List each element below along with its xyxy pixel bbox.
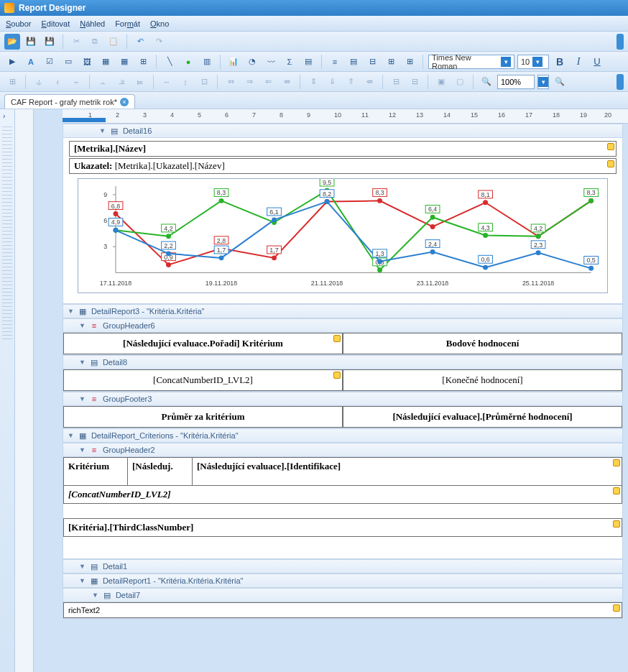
bold-button[interactable]: B: [552, 54, 568, 70]
copy-button[interactable]: ⧉: [87, 34, 103, 50]
cell-thirdclassnumber[interactable]: [Kritéria].[ThirdClassNumber]: [63, 518, 622, 537]
cell-konecne-hodnoceni[interactable]: [Konečné hodnocení]: [343, 369, 622, 391]
menu-okno[interactable]: Okno: [150, 19, 169, 28]
cell-richtext2[interactable]: richText2: [63, 602, 622, 618]
smart-tag-icon[interactable]: [613, 459, 620, 466]
chart-button[interactable]: 📊: [226, 54, 241, 70]
smart-tag-icon[interactable]: [607, 160, 614, 167]
align-left-button[interactable]: ⫝: [31, 74, 47, 90]
bring-front-button[interactable]: ▣: [433, 74, 449, 90]
font-size-select[interactable]: 10▾: [517, 55, 549, 69]
zoom-in-button[interactable]: 🔍: [552, 74, 568, 90]
align-top-button[interactable]: ⫠: [95, 74, 111, 90]
field-ukazatel[interactable]: Ukazatel: [Metrika].[Ukazatel].[Název]: [69, 158, 617, 174]
cell-identifikace[interactable]: [Následující evaluace].[Identifikace]: [193, 457, 622, 486]
smart-tag-icon[interactable]: [613, 604, 620, 612]
zoom-input[interactable]: 100%: [497, 75, 535, 89]
send-back-button[interactable]: ▢: [452, 74, 468, 90]
save-all-button[interactable]: 💾: [42, 34, 57, 50]
barcode-button[interactable]: ▥: [199, 54, 215, 70]
band-detailreport-criterions-header[interactable]: ▼ ▦ DetailReport_Criterions - "Kritéria.…: [63, 428, 623, 443]
chevron-right-icon[interactable]: ›: [3, 112, 5, 120]
band-detail1-header[interactable]: ▼ ▤ Detail1: [63, 559, 623, 574]
band-detailreport1-header[interactable]: ▼ ▦ DetailReport1 - "Kritéria.Kritéria.K…: [63, 574, 623, 588]
vspace-remove-button[interactable]: ⇎: [361, 74, 377, 90]
underline-button[interactable]: U: [589, 54, 605, 70]
cell-prumer-value[interactable]: [Následující evaluace].[Průměrné hodnoce…: [343, 406, 622, 428]
cell-nasleduj-short[interactable]: [Následuj.: [128, 457, 193, 486]
sparkline-button[interactable]: 〰: [263, 54, 279, 70]
band-detailreport3-header[interactable]: ▼ ▦ DetailReport3 - "Kritéria.Kritéria": [63, 304, 623, 318]
hspace-inc-button[interactable]: ⇒: [241, 74, 257, 90]
cell-kriterium-header[interactable]: [Následující evaluace.Pořadí] Kritérium: [63, 333, 343, 354]
overflow-button[interactable]: [617, 34, 624, 50]
pivot-button[interactable]: Σ: [282, 54, 297, 70]
band-groupfooter3-header[interactable]: ▼ ≡ GroupFooter3: [63, 392, 623, 406]
left-gutter[interactable]: ›: [0, 109, 15, 672]
shape-button[interactable]: ●: [180, 54, 196, 70]
grid-button[interactable]: ⊞: [4, 74, 20, 90]
crossband-box-button[interactable]: ⊞: [402, 54, 417, 70]
redo-button[interactable]: ↷: [151, 34, 167, 50]
paste-button[interactable]: 📋: [106, 34, 121, 50]
smart-tag-icon[interactable]: [333, 335, 341, 342]
save-button[interactable]: 💾: [23, 34, 39, 50]
vspace-dec-button[interactable]: ⇑: [343, 74, 359, 90]
same-size-button[interactable]: ⊡: [196, 74, 212, 90]
cell-prumer-label[interactable]: Průměr za kritérium: [63, 406, 343, 428]
band-detail8-body[interactable]: [ConcatNumberID_LVL2] [Konečné hodnocení…: [63, 369, 623, 392]
close-icon[interactable]: ×: [120, 98, 129, 106]
undo-button[interactable]: ↶: [132, 34, 148, 50]
align-right-button[interactable]: ⫟: [68, 74, 84, 90]
smart-tag-icon[interactable]: [333, 372, 341, 379]
panel-button[interactable]: ▦: [98, 54, 114, 70]
band-groupheader2-header[interactable]: ▼ ≡ GroupHeader2: [63, 443, 623, 457]
subreport-button[interactable]: ▤: [300, 54, 316, 70]
menu-editovat[interactable]: Editovat: [41, 19, 70, 28]
smart-tag-icon[interactable]: [613, 487, 620, 494]
chart-control[interactable]: 36917.11.201819.11.201821.11.201823.11.2…: [78, 178, 608, 293]
menu-format[interactable]: Formát: [115, 19, 140, 28]
gauge-button[interactable]: ◔: [244, 54, 260, 70]
checkbox-button[interactable]: ☑: [42, 54, 57, 70]
band-groupheader2-body[interactable]: Kritérium [Následuj. [Následující evalua…: [63, 457, 623, 559]
report-page[interactable]: ▼ ▤ Detail16 [Metrika].[Název] Ukazatel:…: [63, 124, 623, 619]
cell-concat-lvl2[interactable]: [ConcatNumberID_LVL2]: [63, 369, 343, 391]
zoom-out-button[interactable]: 🔍: [479, 74, 494, 90]
center-v-button[interactable]: ⊟: [407, 74, 422, 90]
band-detail16-header[interactable]: ▼ ▤ Detail16: [63, 124, 623, 138]
band-detail7-body[interactable]: richText2: [63, 602, 623, 619]
pagebreak-button[interactable]: ⊟: [364, 54, 380, 70]
table-button[interactable]: ▦: [116, 54, 132, 70]
pageinfo-button[interactable]: ▤: [346, 54, 361, 70]
font-family-select[interactable]: Times New Roman▾: [428, 55, 514, 69]
center-h-button[interactable]: ⊟: [388, 74, 404, 90]
align-middle-button[interactable]: ⫡: [114, 74, 129, 90]
field-metrika-nazev[interactable]: [Metrika].[Název]: [69, 141, 617, 157]
hspace-dec-button[interactable]: ⇐: [260, 74, 276, 90]
cell-kriterium[interactable]: Kritérium: [63, 457, 128, 486]
band-groupheader6-body[interactable]: [Následující evaluace.Pořadí] Kritérium …: [63, 333, 623, 355]
band-detail8-header[interactable]: ▼ ▤ Detail8: [63, 355, 623, 369]
cell-button[interactable]: ⊞: [135, 54, 151, 70]
same-width-button[interactable]: ↔: [159, 74, 175, 90]
hspace-remove-button[interactable]: ⇎: [279, 74, 295, 90]
overflow-button[interactable]: [617, 74, 624, 90]
vspace-inc-button[interactable]: ⇓: [324, 74, 340, 90]
document-tab[interactable]: CAF Report - grafy metrik rok* ×: [4, 94, 135, 109]
pointer-button[interactable]: ▶: [4, 54, 20, 70]
hspace-equal-button[interactable]: ⇔: [223, 74, 239, 90]
menu-soubor[interactable]: Soubor: [6, 19, 31, 28]
band-detail16-body[interactable]: [Metrika].[Název] Ukazatel: [Metrika].[U…: [63, 138, 623, 304]
menu-nahled[interactable]: Náhled: [80, 19, 105, 28]
canvas[interactable]: 1 2 3 4 5 6 7 8 9 10 11 12 13 14 15 16 1…: [34, 109, 628, 672]
align-bottom-button[interactable]: ⫢: [132, 74, 148, 90]
band-detail7-header[interactable]: ▼ ▤ Detail7: [63, 588, 623, 602]
crossband-line-button[interactable]: ⊞: [383, 54, 399, 70]
smart-tag-icon[interactable]: [607, 143, 614, 150]
zoom-dropdown[interactable]: ▾: [537, 75, 549, 89]
cut-button[interactable]: ✂: [68, 34, 84, 50]
line-button[interactable]: ╲: [162, 54, 177, 70]
vspace-equal-button[interactable]: ⇕: [305, 74, 321, 90]
same-height-button[interactable]: ↕: [177, 74, 193, 90]
